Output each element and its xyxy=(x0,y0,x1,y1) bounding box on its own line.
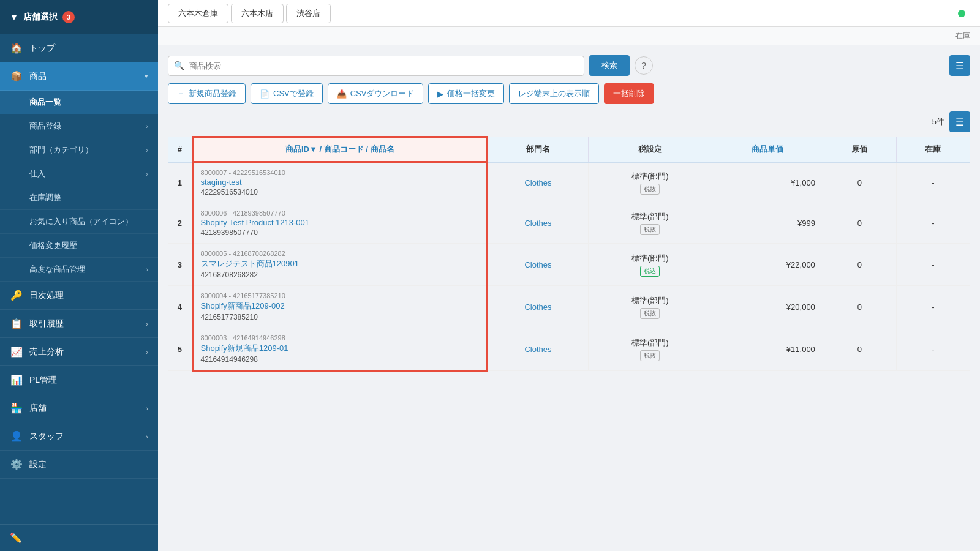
store-selector[interactable]: ▼ 店舗選択 3 xyxy=(0,0,158,34)
product-name-link[interactable]: スマレジテスト商品120901 xyxy=(201,259,299,268)
sidebar-sub-item-favorites[interactable]: お気に入り商品（アイコン） xyxy=(0,210,158,234)
chevron-right-icon: › xyxy=(146,146,148,154)
arrow-icon: ▶ xyxy=(437,89,443,99)
row-num: 1 xyxy=(168,162,192,203)
cell-stock: - xyxy=(896,203,970,244)
store-badge: 3 xyxy=(62,11,75,23)
sidebar-item-pl[interactable]: 📊 PL管理 xyxy=(0,366,158,394)
sidebar-sub-item-stock-adjust[interactable]: 在庫調整 xyxy=(0,186,158,210)
product-name-link[interactable]: Shopify新商品1209-002 xyxy=(201,301,285,310)
sidebar-item-label: PL管理 xyxy=(29,375,148,386)
sidebar-sub-item-advanced[interactable]: 高度な商品管理 › xyxy=(0,258,158,282)
dept-link[interactable]: Clothes xyxy=(524,302,551,312)
sub-item-label: 在庫調整 xyxy=(29,192,61,203)
csv-download-button[interactable]: 📥 CSVダウンロード xyxy=(328,83,424,104)
cell-cost: 0 xyxy=(823,286,896,328)
cell-stock: - xyxy=(896,162,970,203)
sidebar-sub-item-purchase[interactable]: 仕入 › xyxy=(0,162,158,186)
tax-badge: 税抜 xyxy=(640,224,660,235)
col-stock: 在庫 xyxy=(896,137,970,162)
dept-link[interactable]: Clothes xyxy=(524,345,551,354)
csv-register-label: CSVで登録 xyxy=(273,88,314,99)
sidebar-item-sales[interactable]: 📈 売上分析 › xyxy=(0,338,158,366)
cell-cost: 0 xyxy=(823,244,896,286)
cell-price: ¥999 xyxy=(712,203,823,244)
csv-download-icon: 📥 xyxy=(337,89,347,99)
product-name-link[interactable]: Shopify新規商品1209-01 xyxy=(201,343,288,353)
sub-header: 在庫 xyxy=(158,27,980,45)
tax-badge: 税抜 xyxy=(640,308,660,319)
price-change-label: 価格一括変更 xyxy=(447,88,495,99)
chevron-icon: ▾ xyxy=(145,72,148,80)
table-row: 18000007 - 42229516534010staging-test422… xyxy=(168,162,970,203)
price-value: ¥999 xyxy=(720,219,815,228)
bulk-delete-button[interactable]: 一括削除 xyxy=(604,83,654,104)
sub-item-label: 仕入 xyxy=(29,168,45,179)
col-product-id: 商品ID▼ / 商品コード / 商品名 xyxy=(192,137,488,162)
price-change-button[interactable]: ▶ 価格一括変更 xyxy=(428,83,504,104)
tab-roppongi-warehouse[interactable]: 六本木倉庫 xyxy=(168,4,228,23)
help-icon[interactable]: ? xyxy=(635,56,653,75)
action-bar: ＋ 新規商品登録 📄 CSVで登録 📥 CSVダウンロード ▶ 価格一括変更 レ… xyxy=(168,83,970,104)
table-row: 38000005 - 42168708268282スマレジテスト商品120901… xyxy=(168,244,970,286)
new-product-button[interactable]: ＋ 新規商品登録 xyxy=(168,83,246,104)
csv-register-button[interactable]: 📄 CSVで登録 xyxy=(251,83,323,104)
register-order-button[interactable]: レジ端末上の表示順 xyxy=(509,83,599,104)
sub-item-label: 部門（カテゴリ） xyxy=(29,144,93,156)
table-row: 58000003 - 42164914946298Shopify新規商品1209… xyxy=(168,328,970,371)
sidebar-item-label: 日次処理 xyxy=(29,290,148,301)
cell-tax: 標準(部門)税抜 xyxy=(588,203,712,244)
sidebar-item-daily[interactable]: 🔑 日次処理 xyxy=(0,282,158,310)
product-name-link[interactable]: Shopify Test Product 1213-001 xyxy=(201,218,310,227)
table-row: 28000006 - 42189398507770Shopify Test Pr… xyxy=(168,203,970,244)
cell-tax: 標準(部門)税抜 xyxy=(588,286,712,328)
table-container: # 商品ID▼ / 商品コード / 商品名 部門名 税設定 商品単価 原価 在庫… xyxy=(168,136,970,372)
sidebar-item-history[interactable]: 📋 取引履歴 › xyxy=(0,310,158,338)
cell-cost: 0 xyxy=(823,328,896,371)
top-tabs-bar: 六本木倉庫 六本木店 渋谷店 xyxy=(158,0,980,27)
row-num: 5 xyxy=(168,328,192,371)
column-settings-button[interactable]: ☰ xyxy=(949,111,970,132)
plus-icon: ＋ xyxy=(177,88,185,99)
edit-icon[interactable]: ✏️ xyxy=(10,533,22,543)
sidebar-item-settings[interactable]: ⚙️ 設定 xyxy=(0,451,158,479)
product-id: 8000004 - 42165177385210 xyxy=(201,292,480,299)
dept-link[interactable]: Clothes xyxy=(524,178,551,187)
dept-link[interactable]: Clothes xyxy=(524,260,551,269)
key-icon: 🔑 xyxy=(10,290,23,301)
product-code: 42189398507770 xyxy=(201,228,480,237)
sidebar-item-staff[interactable]: 👤 スタッフ › xyxy=(0,422,158,451)
sidebar-item-store[interactable]: 🏪 店舗 › xyxy=(0,394,158,422)
tax-label: 標準(部門) xyxy=(596,337,704,348)
sidebar-item-top[interactable]: 🏠 トップ xyxy=(0,34,158,62)
col-dept: 部門名 xyxy=(488,137,589,162)
history-icon: 📋 xyxy=(10,318,23,329)
product-code: 42164914946298 xyxy=(201,355,480,364)
sidebar-item-products[interactable]: 📦 商品 ▾ xyxy=(0,62,158,91)
dept-link[interactable]: Clothes xyxy=(524,219,551,228)
sidebar-item-label: 取引履歴 xyxy=(29,318,140,329)
tab-shibuya[interactable]: 渋谷店 xyxy=(286,4,331,23)
tab-roppongi-store[interactable]: 六本木店 xyxy=(231,4,284,23)
home-icon: 🏠 xyxy=(10,42,23,54)
sub-item-label: 価格変更履歴 xyxy=(29,240,77,251)
search-button[interactable]: 検索 xyxy=(589,55,630,76)
sidebar-item-label: 店舗 xyxy=(29,403,140,414)
sub-item-label: 商品一覧 xyxy=(29,97,61,108)
product-name-link[interactable]: staging-test xyxy=(201,178,242,187)
search-input[interactable] xyxy=(168,56,584,76)
list-view-icon[interactable]: ☰ xyxy=(949,55,970,76)
cell-stock: - xyxy=(896,244,970,286)
products-icon: 📦 xyxy=(10,70,23,82)
sub-item-label: 高度な商品管理 xyxy=(29,264,85,275)
product-table: # 商品ID▼ / 商品コード / 商品名 部門名 税設定 商品単価 原価 在庫… xyxy=(168,136,970,372)
main-content: 六本木倉庫 六本木店 渋谷店 在庫 🔍 検索 ? ☰ ＋ 新規商品登録 📄 xyxy=(158,0,980,551)
sidebar-sub-item-product-list[interactable]: 商品一覧 xyxy=(0,91,158,114)
sidebar-sub-item-product-register[interactable]: 商品登録 › xyxy=(0,114,158,138)
search-icon: 🔍 xyxy=(174,61,184,70)
sidebar-sub-item-category[interactable]: 部門（カテゴリ） › xyxy=(0,138,158,162)
online-indicator xyxy=(958,10,965,17)
table-header-row: # 商品ID▼ / 商品コード / 商品名 部門名 税設定 商品単価 原価 在庫 xyxy=(168,137,970,162)
sidebar-sub-item-price-history[interactable]: 価格変更履歴 xyxy=(0,234,158,258)
product-code: 42165177385210 xyxy=(201,313,480,321)
